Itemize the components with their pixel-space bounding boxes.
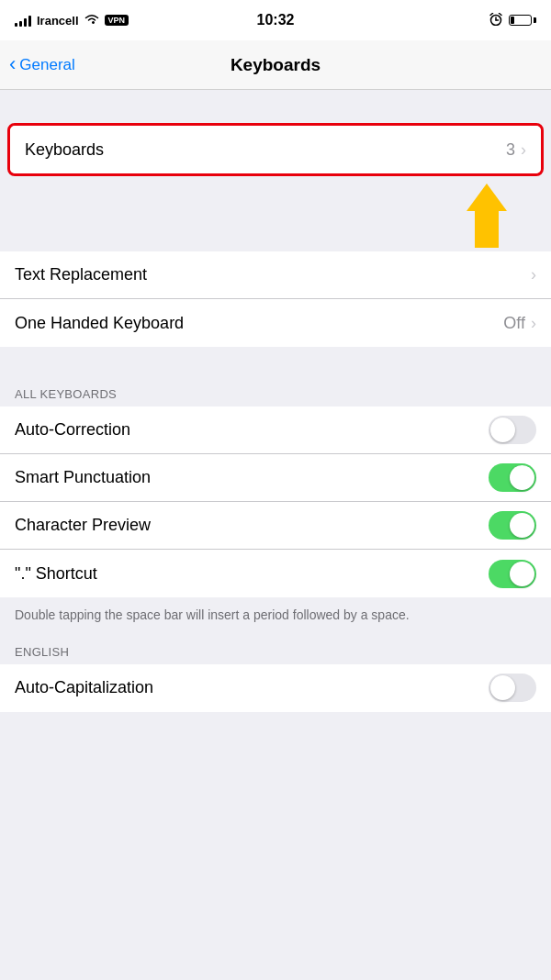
- period-shortcut-description-text: Double tapping the space bar will insert…: [15, 607, 410, 622]
- auto-correction-toggle-thumb: [490, 418, 515, 442]
- up-arrow-icon: [467, 184, 507, 248]
- wifi-icon: [84, 13, 99, 28]
- character-preview-toggle[interactable]: [489, 511, 536, 540]
- keyboards-row-right: 3 ›: [506, 140, 526, 160]
- smart-punctuation-toggle-thumb: [510, 465, 534, 490]
- english-section: Auto-Capitalization: [0, 664, 551, 712]
- battery-fill: [511, 17, 514, 24]
- battery-tip: [534, 17, 536, 23]
- smart-punctuation-label: Smart Punctuation: [15, 468, 151, 487]
- top-settings-section: Text Replacement › One Handed Keyboard O…: [0, 251, 551, 347]
- vpn-badge: VPN: [105, 15, 129, 26]
- character-preview-label: Character Preview: [15, 516, 151, 535]
- alarm-icon: [489, 13, 503, 28]
- back-chevron-icon: ‹: [9, 54, 16, 74]
- auto-correction-label: Auto-Correction: [15, 420, 130, 440]
- signal-bars-icon: [15, 14, 31, 27]
- period-shortcut-row[interactable]: "." Shortcut: [0, 550, 551, 597]
- back-label: General: [19, 56, 74, 74]
- keyboards-row-highlighted: Keyboards 3 ›: [7, 123, 544, 176]
- section-gap-middle: [0, 347, 551, 380]
- status-time: 10:32: [257, 12, 295, 28]
- character-preview-toggle-thumb: [510, 513, 534, 538]
- keyboards-label: Keyboards: [25, 140, 104, 160]
- period-shortcut-toggle[interactable]: [489, 560, 536, 588]
- smart-punctuation-toggle[interactable]: [489, 463, 536, 492]
- status-bar-right: [489, 13, 536, 28]
- text-replacement-label: Text Replacement: [15, 265, 147, 284]
- text-replacement-right: ›: [531, 265, 536, 284]
- battery-indicator: [509, 15, 536, 26]
- carrier-label: Irancell: [37, 14, 79, 28]
- english-header: ENGLISH: [0, 638, 551, 664]
- smart-punctuation-row[interactable]: Smart Punctuation: [0, 454, 551, 502]
- text-replacement-chevron-icon: ›: [531, 265, 536, 284]
- arrow-annotation: [0, 176, 551, 251]
- character-preview-row[interactable]: Character Preview: [0, 502, 551, 550]
- keyboards-count: 3: [506, 140, 515, 160]
- auto-correction-toggle[interactable]: [489, 416, 536, 444]
- auto-capitalization-row[interactable]: Auto-Capitalization: [0, 664, 551, 712]
- svg-line-3: [490, 13, 493, 15]
- all-keyboards-header: ALL KEYBOARDS: [0, 380, 551, 406]
- auto-capitalization-toggle[interactable]: [489, 674, 536, 702]
- auto-capitalization-label: Auto-Capitalization: [15, 678, 153, 697]
- arrow-head: [467, 184, 507, 211]
- keyboards-row[interactable]: Keyboards 3 ›: [10, 126, 541, 173]
- one-handed-label: One Handed Keyboard: [15, 314, 184, 333]
- period-shortcut-label: "." Shortcut: [15, 564, 97, 584]
- status-bar: Irancell VPN 10:32: [0, 0, 551, 40]
- keyboards-chevron-icon: ›: [521, 140, 526, 160]
- nav-bar: ‹ General Keyboards: [0, 40, 551, 90]
- section-gap-top: [0, 90, 551, 123]
- one-handed-chevron-icon: ›: [531, 314, 536, 333]
- period-shortcut-description: Double tapping the space bar will insert…: [0, 597, 551, 638]
- all-keyboards-header-label: ALL KEYBOARDS: [15, 387, 117, 401]
- auto-capitalization-toggle-thumb: [490, 675, 515, 700]
- all-keyboards-section: Auto-Correction Smart Punctuation Charac…: [0, 406, 551, 597]
- battery-body: [509, 15, 532, 26]
- status-bar-left: Irancell VPN: [15, 13, 129, 28]
- english-header-label: ENGLISH: [15, 645, 69, 659]
- page-title: Keyboards: [231, 55, 320, 75]
- text-replacement-row[interactable]: Text Replacement ›: [0, 251, 551, 299]
- one-handed-keyboard-row[interactable]: One Handed Keyboard Off ›: [0, 299, 551, 347]
- one-handed-right: Off ›: [503, 314, 536, 333]
- arrow-body: [475, 211, 499, 248]
- back-button[interactable]: ‹ General: [9, 55, 75, 74]
- svg-line-4: [500, 13, 502, 15]
- period-shortcut-toggle-thumb: [510, 562, 534, 586]
- auto-correction-row[interactable]: Auto-Correction: [0, 406, 551, 454]
- one-handed-value: Off: [503, 314, 525, 333]
